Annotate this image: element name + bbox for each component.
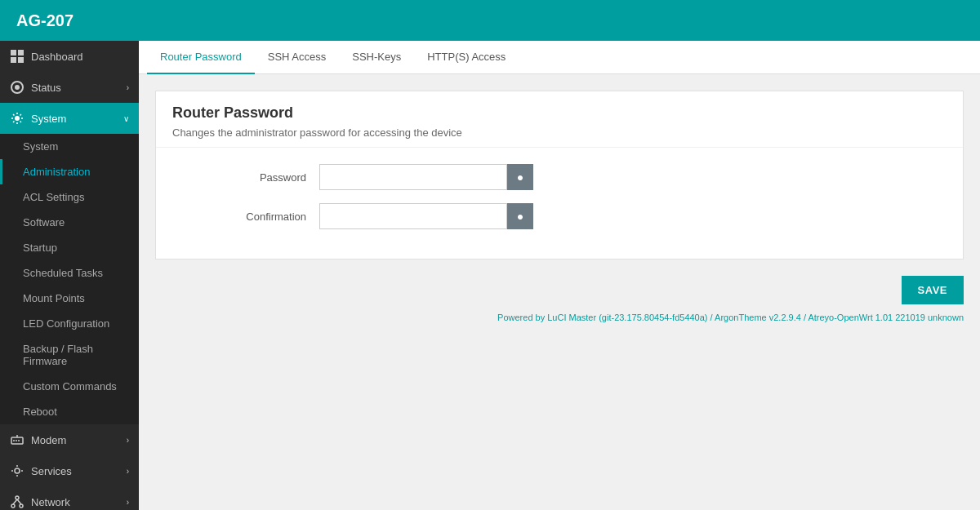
sidebar-item-system[interactable]: System ∨ — [0, 103, 139, 134]
sidebar: Dashboard Status › System ∨ System Admin… — [0, 41, 139, 510]
password-label: Password — [172, 171, 319, 184]
chevron-right-icon: › — [127, 83, 129, 92]
submenu-item-acl-settings[interactable]: ACL Settings — [0, 184, 139, 210]
svg-point-10 — [18, 440, 20, 441]
submenu-item-startup[interactable]: Startup — [0, 235, 139, 260]
submenu-item-reboot[interactable]: Reboot — [0, 399, 139, 424]
save-button[interactable]: SAVE — [902, 276, 964, 304]
svg-point-12 — [15, 468, 20, 473]
network-icon — [10, 494, 24, 509]
main-layout: Dashboard Status › System ∨ System Admin… — [0, 41, 980, 510]
app-logo: AG-207 — [16, 11, 74, 30]
submenu-item-backup-flash[interactable]: Backup / Flash Firmware — [0, 336, 139, 374]
svg-point-13 — [16, 496, 19, 499]
sidebar-label-dashboard: Dashboard — [31, 51, 83, 63]
sidebar-item-services[interactable]: Services › — [0, 455, 139, 486]
svg-point-9 — [16, 440, 17, 441]
svg-rect-2 — [11, 57, 16, 63]
confirmation-toggle-button[interactable]: ● — [507, 203, 533, 229]
status-icon — [10, 80, 24, 95]
sidebar-label-status: Status — [31, 82, 61, 94]
content-area: Router Password SSH Access SSH-Keys HTTP… — [139, 41, 980, 510]
card-header: Router Password Changes the administrato… — [156, 91, 963, 148]
sidebar-item-dashboard[interactable]: Dashboard — [0, 41, 139, 72]
system-icon — [10, 111, 24, 126]
card-title: Router Password — [172, 104, 947, 122]
chevron-right-icon-modem: › — [127, 436, 129, 445]
page-content: Router Password Changes the administrato… — [139, 74, 980, 510]
sidebar-item-modem[interactable]: Modem › — [0, 424, 139, 455]
svg-point-6 — [15, 116, 20, 121]
sidebar-item-status[interactable]: Status › — [0, 72, 139, 103]
submenu-item-led-configuration[interactable]: LED Configuration — [0, 311, 139, 336]
svg-point-8 — [13, 440, 15, 441]
submenu-item-system[interactable]: System — [0, 134, 139, 159]
save-area: SAVE — [155, 276, 964, 304]
tab-router-password[interactable]: Router Password — [147, 41, 255, 74]
tab-ssh-access[interactable]: SSH Access — [255, 41, 340, 74]
svg-rect-3 — [18, 57, 24, 63]
footer-text: Powered by LuCI Master (git-23.175.80454… — [155, 313, 964, 322]
sidebar-label-network: Network — [31, 496, 70, 508]
password-input[interactable] — [319, 164, 507, 190]
dashboard-icon — [10, 49, 24, 64]
sidebar-item-network[interactable]: Network › — [0, 486, 139, 510]
svg-point-5 — [15, 85, 20, 90]
sidebar-label-modem: Modem — [31, 434, 66, 446]
submenu-item-software[interactable]: Software — [0, 210, 139, 235]
chevron-right-icon-services: › — [127, 467, 129, 476]
tab-https-access[interactable]: HTTP(S) Access — [414, 41, 519, 74]
password-input-group: ● — [319, 164, 533, 190]
confirmation-label: Confirmation — [172, 211, 319, 223]
router-password-card: Router Password Changes the administrato… — [155, 91, 964, 259]
svg-line-17 — [17, 499, 21, 504]
submenu-item-scheduled-tasks[interactable]: Scheduled Tasks — [0, 260, 139, 286]
chevron-down-icon: ∨ — [123, 114, 129, 123]
password-toggle-button[interactable]: ● — [507, 164, 533, 190]
svg-point-15 — [20, 504, 23, 508]
confirmation-input[interactable] — [319, 203, 507, 229]
confirmation-input-group: ● — [319, 203, 533, 229]
sidebar-submenu: System Administration ACL Settings Softw… — [0, 134, 139, 424]
svg-point-14 — [11, 504, 15, 508]
tabs-bar: Router Password SSH Access SSH-Keys HTTP… — [139, 41, 980, 74]
card-subtitle: Changes the administrator password for a… — [172, 126, 947, 139]
sidebar-label-services: Services — [31, 465, 72, 477]
card-body: Password ● Confirmation ● — [156, 148, 963, 259]
tab-ssh-keys[interactable]: SSH-Keys — [339, 41, 414, 74]
confirmation-row: Confirmation ● — [172, 203, 947, 229]
services-icon — [10, 463, 24, 478]
top-bar: AG-207 — [0, 0, 980, 41]
svg-rect-0 — [11, 50, 16, 55]
svg-rect-1 — [18, 50, 24, 55]
submenu-item-mount-points[interactable]: Mount Points — [0, 286, 139, 311]
submenu-item-administration[interactable]: Administration — [0, 159, 139, 184]
submenu-item-custom-commands[interactable]: Custom Commands — [0, 374, 139, 399]
password-row: Password ● — [172, 164, 947, 190]
sidebar-label-system: System — [31, 113, 66, 125]
svg-line-16 — [13, 499, 17, 504]
chevron-right-icon-network: › — [127, 498, 129, 507]
modem-icon — [10, 432, 24, 447]
